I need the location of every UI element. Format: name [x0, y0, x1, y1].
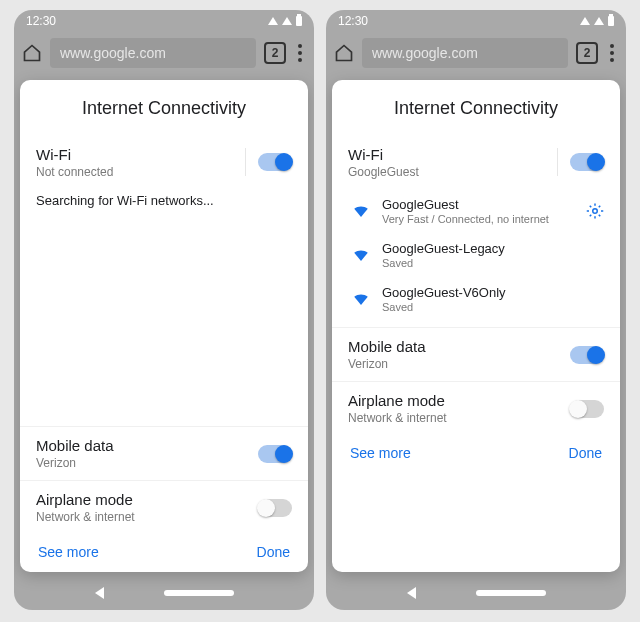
airplane-toggle[interactable]: [258, 499, 292, 517]
gear-icon[interactable]: [586, 202, 604, 220]
airplane-label: Airplane mode: [36, 491, 135, 508]
url-bar[interactable]: www.google.com: [50, 38, 256, 68]
airplane-row[interactable]: Airplane mode Network & internet: [20, 480, 308, 534]
browser-toolbar: www.google.com 2: [14, 32, 314, 74]
connectivity-sheet: Internet Connectivity Wi-Fi Not connecte…: [20, 80, 308, 572]
network-detail: Saved: [382, 257, 604, 269]
airplane-toggle[interactable]: [570, 400, 604, 418]
wifi-icon: [352, 202, 370, 220]
wifi-row[interactable]: Wi-Fi Not connected: [20, 135, 308, 189]
phone-left: 12:30 www.google.com 2 Internet Connecti…: [14, 10, 314, 610]
home-pill[interactable]: [164, 590, 234, 596]
battery-icon: [608, 16, 614, 26]
tab-count: 2: [272, 46, 279, 60]
see-more-button[interactable]: See more: [38, 544, 99, 560]
signal-status-icon: [282, 17, 292, 25]
sheet-footer: See more Done: [20, 534, 308, 566]
wifi-label: Wi-Fi: [36, 146, 113, 163]
spacer: [20, 226, 308, 426]
url-bar[interactable]: www.google.com: [362, 38, 568, 68]
svg-point-0: [593, 209, 598, 214]
sheet-title: Internet Connectivity: [332, 80, 620, 135]
status-icons: [268, 16, 302, 26]
wifi-row[interactable]: Wi-Fi GoogleGuest: [332, 135, 620, 189]
wifi-label: Wi-Fi: [348, 146, 419, 163]
back-button-icon[interactable]: [95, 587, 104, 599]
sheet-title: Internet Connectivity: [20, 80, 308, 135]
wifi-status-icon: [580, 17, 590, 25]
airplane-sub: Network & internet: [36, 510, 135, 524]
network-detail: Very Fast / Connected, no internet: [382, 213, 574, 225]
wifi-icon: [352, 246, 370, 264]
mobile-toggle[interactable]: [570, 346, 604, 364]
overflow-menu-icon[interactable]: [606, 40, 618, 66]
network-name: GoogleGuest-V6Only: [382, 285, 604, 300]
nav-bar: [14, 576, 314, 610]
wifi-status-icon: [268, 17, 278, 25]
phone-right: 12:30 www.google.com 2 Internet Connecti…: [326, 10, 626, 610]
back-button-icon[interactable]: [407, 587, 416, 599]
home-icon[interactable]: [22, 43, 42, 63]
mobile-data-row[interactable]: Mobile data Verizon: [20, 426, 308, 480]
status-icons: [580, 16, 614, 26]
url-text: www.google.com: [60, 45, 166, 61]
wifi-network-item[interactable]: GoogleGuest-V6Only Saved: [332, 277, 620, 321]
network-detail: Saved: [382, 301, 604, 313]
wifi-network-list: GoogleGuest Very Fast / Connected, no in…: [332, 189, 620, 327]
wifi-network-item[interactable]: GoogleGuest Very Fast / Connected, no in…: [332, 189, 620, 233]
airplane-label: Airplane mode: [348, 392, 447, 409]
overflow-menu-icon[interactable]: [294, 40, 306, 66]
wifi-sub: Not connected: [36, 165, 113, 179]
nav-bar: [326, 576, 626, 610]
see-more-button[interactable]: See more: [350, 445, 411, 461]
sheet-footer: See more Done: [332, 435, 620, 467]
status-bar: 12:30: [14, 10, 314, 32]
wifi-searching-text: Searching for Wi-Fi networks...: [20, 189, 308, 226]
wifi-toggle[interactable]: [570, 153, 604, 171]
battery-icon: [296, 16, 302, 26]
mobile-toggle[interactable]: [258, 445, 292, 463]
tab-count: 2: [584, 46, 591, 60]
tab-count-button[interactable]: 2: [576, 42, 598, 64]
status-bar: 12:30: [326, 10, 626, 32]
mobile-sub: Verizon: [348, 357, 426, 371]
signal-status-icon: [594, 17, 604, 25]
wifi-network-item[interactable]: GoogleGuest-Legacy Saved: [332, 233, 620, 277]
home-icon[interactable]: [334, 43, 354, 63]
wifi-icon: [352, 290, 370, 308]
network-name: GoogleGuest: [382, 197, 574, 212]
page-backdrop: Internet Connectivity Wi-Fi Not connecte…: [14, 74, 314, 610]
divider: [557, 148, 558, 176]
wifi-toggle[interactable]: [258, 153, 292, 171]
done-button[interactable]: Done: [569, 445, 602, 461]
status-time: 12:30: [338, 14, 368, 28]
mobile-sub: Verizon: [36, 456, 114, 470]
connectivity-sheet: Internet Connectivity Wi-Fi GoogleGuest …: [332, 80, 620, 572]
wifi-sub: GoogleGuest: [348, 165, 419, 179]
tab-count-button[interactable]: 2: [264, 42, 286, 64]
network-name: GoogleGuest-Legacy: [382, 241, 604, 256]
url-text: www.google.com: [372, 45, 478, 61]
divider: [245, 148, 246, 176]
airplane-row[interactable]: Airplane mode Network & internet: [332, 381, 620, 435]
mobile-data-row[interactable]: Mobile data Verizon: [332, 327, 620, 381]
browser-toolbar: www.google.com 2: [326, 32, 626, 74]
home-pill[interactable]: [476, 590, 546, 596]
mobile-label: Mobile data: [348, 338, 426, 355]
mobile-label: Mobile data: [36, 437, 114, 454]
page-backdrop: Internet Connectivity Wi-Fi GoogleGuest …: [326, 74, 626, 610]
done-button[interactable]: Done: [257, 544, 290, 560]
status-time: 12:30: [26, 14, 56, 28]
airplane-sub: Network & internet: [348, 411, 447, 425]
